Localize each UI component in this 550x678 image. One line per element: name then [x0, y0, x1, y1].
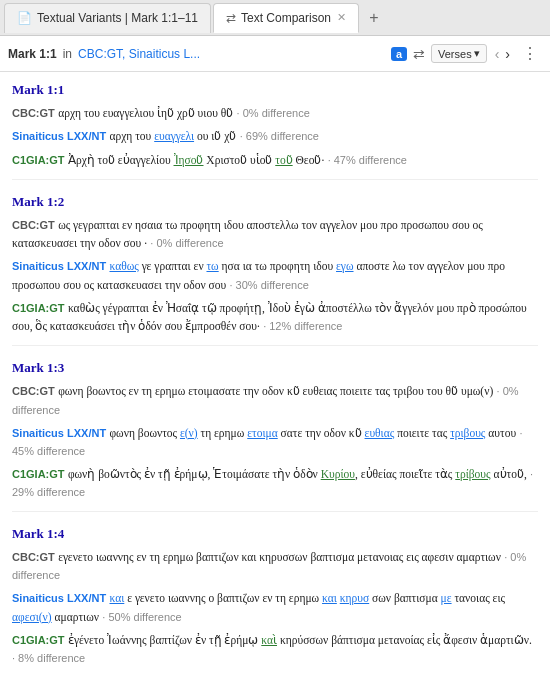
compare-icon: ⇄ — [226, 11, 236, 25]
highlight-span: Ἰησοῦ — [174, 154, 204, 166]
text-entry-3-2: C1GIA:GT ἐγένετο Ἰωάννης βαπτίζων ἐν τῇ … — [12, 631, 538, 667]
text-entry-0-0: CBC:GT αρχη του ευαγγελιου ἰηῦ χρῦ υιου … — [12, 104, 538, 122]
diff-percent-0-2: · 47% difference — [328, 154, 407, 166]
highlight-span: τοῦ — [275, 154, 292, 166]
highlight-span: και — [322, 592, 337, 604]
text-content-3-2: ἐγένετο Ἰωάννης βαπτίζων ἐν τῇ ἐρήμῳ καὶ… — [68, 634, 532, 646]
highlight-span: τριβους — [450, 427, 485, 439]
highlight-span: εγω — [336, 260, 353, 272]
text-content-0-1: αρχη του ευαγγελι ου ιῦ χῦ — [109, 130, 236, 142]
text-content-2-2: φωνὴ βοῶντὸς ἐν τῇ ἐρήμῳ, Ἑτοιμάσατε τὴν… — [68, 468, 527, 480]
text-entry-2-2: C1GIA:GT φωνὴ βοῶντὸς ἐν τῇ ἐρήμῳ, Ἑτοιμ… — [12, 465, 538, 501]
highlight-span: με — [441, 592, 452, 604]
text-content-2-0: φωνη βοωντος εν τη ερημω ετοιμασατε την … — [58, 385, 493, 397]
text-content-3-0: εγενετο ιωαννης εν τη ερημω βαπτιζων και… — [58, 551, 501, 563]
source-label-1-0: CBC:GT — [12, 219, 55, 231]
section-heading-2: Mark 1:3 — [12, 360, 538, 376]
highlight-span: καὶ — [261, 634, 277, 646]
text-entry-2-0: CBC:GT φωνη βοωντος εν τη ερημω ετοιμασα… — [12, 382, 538, 418]
section-1: Mark 1:2CBC:GT ως γεγραπται εν ησαια τω … — [12, 194, 538, 347]
tab-close-button[interactable]: ✕ — [337, 11, 346, 24]
text-content-0-0: αρχη του ευαγγελιου ἰηῦ χρῦ υιου θῦ — [58, 107, 233, 119]
nav-arrows: ‹ › — [493, 46, 512, 62]
highlight-span: αφεσι(ν) — [12, 611, 52, 623]
nav-back-button[interactable]: ‹ — [493, 46, 502, 62]
section-3: Mark 1:4CBC:GT εγενετο ιωαννης εν τη ερη… — [12, 526, 538, 667]
section-divider-2 — [12, 511, 538, 512]
verses-button[interactable]: Verses ▾ — [431, 44, 487, 63]
text-entry-2-1: Sinaiticus LXX/NT φωνη βοωντος ε(ν) τη ε… — [12, 424, 538, 460]
section-divider-0 — [12, 179, 538, 180]
highlight-span: ε(ν) — [180, 427, 198, 439]
text-content-2-1: φωνη βοωντος ε(ν) τη ερημω ετοιμα σατε τ… — [109, 427, 516, 439]
section-divider-1 — [12, 345, 538, 346]
source-label-2-0: CBC:GT — [12, 385, 55, 397]
text-entry-0-1: Sinaiticus LXX/NT αρχη του ευαγγελι ου ι… — [12, 127, 538, 145]
diff-percent-0-1: · 69% difference — [240, 130, 319, 142]
tab-text-comparison[interactable]: ⇄ Text Comparison ✕ — [213, 3, 359, 33]
tab-bar: 📄 Textual Variants | Mark 1:1–11 ⇄ Text … — [0, 0, 550, 36]
section-heading-0: Mark 1:1 — [12, 82, 538, 98]
diff-percent-0-0: · 0% difference — [237, 107, 310, 119]
highlight-span: Κυρίου — [321, 468, 355, 480]
source-label-0-0: CBC:GT — [12, 107, 55, 119]
source-badge: a — [391, 47, 407, 61]
diff-percent-1-0: · 0% difference — [150, 237, 223, 249]
tab-textual-variants-label: Textual Variants | Mark 1:1–11 — [37, 11, 198, 25]
switch-icon[interactable]: ⇄ — [413, 46, 425, 62]
section-heading-3: Mark 1:4 — [12, 526, 538, 542]
source-label-1-2: C1GIA:GT — [12, 302, 65, 314]
highlight-span: κηρυσ — [340, 592, 369, 604]
highlight-span: ετοιμα — [247, 427, 278, 439]
diff-percent-3-2: · 8% difference — [12, 652, 85, 664]
highlight-span: καθως — [109, 260, 138, 272]
address-source[interactable]: CBC:GT, Sinaiticus L... — [78, 47, 385, 61]
source-label-3-1: Sinaiticus LXX/NT — [12, 592, 106, 604]
verses-chevron-icon: ▾ — [474, 47, 480, 60]
main-content: Mark 1:1CBC:GT αρχη του ευαγγελιου ἰηῦ χ… — [0, 72, 550, 678]
address-reference: Mark 1:1 — [8, 47, 57, 61]
highlight-span: και — [109, 592, 124, 604]
document-icon: 📄 — [17, 11, 32, 25]
highlight-span: τρίβους — [455, 468, 490, 480]
nav-forward-button[interactable]: › — [503, 46, 512, 62]
section-0: Mark 1:1CBC:GT αρχη του ευαγγελιου ἰηῦ χ… — [12, 82, 538, 180]
address-bar: Mark 1:1 in CBC:GT, Sinaiticus L... a ⇄ … — [0, 36, 550, 72]
diff-percent-1-1: · 30% difference — [229, 279, 308, 291]
source-label-1-1: Sinaiticus LXX/NT — [12, 260, 106, 272]
tab-add-icon: + — [369, 9, 378, 27]
verses-label: Verses — [438, 48, 472, 60]
text-content-1-0: ως γεγραπται εν ησαια τω προφητη ιδου απ… — [12, 219, 483, 249]
diff-percent-1-2: · 12% difference — [263, 320, 342, 332]
highlight-span: τω — [206, 260, 218, 272]
text-entry-3-1: Sinaiticus LXX/NT και ε γενετο ιωαννης ο… — [12, 589, 538, 626]
text-entry-3-0: CBC:GT εγενετο ιωαννης εν τη ερημω βαπτι… — [12, 548, 538, 584]
address-in-label: in — [63, 47, 72, 61]
source-label-2-2: C1GIA:GT — [12, 468, 65, 480]
source-label-0-1: Sinaiticus LXX/NT — [12, 130, 106, 142]
section-heading-1: Mark 1:2 — [12, 194, 538, 210]
more-options-button[interactable]: ⋮ — [518, 44, 542, 63]
source-label-3-0: CBC:GT — [12, 551, 55, 563]
text-entry-1-0: CBC:GT ως γεγραπται εν ησαια τω προφητη … — [12, 216, 538, 253]
text-entry-1-2: C1GIA:GT καθὼς γέγραπται ἐν Ἠσαΐᾳ τῷ προ… — [12, 299, 538, 336]
highlight-span: ευαγγελι — [154, 130, 194, 142]
tab-text-comparison-label: Text Comparison — [241, 11, 331, 25]
source-label-0-2: C1GIA:GT — [12, 154, 65, 166]
source-label-3-2: C1GIA:GT — [12, 634, 65, 646]
diff-percent-3-1: · 50% difference — [102, 611, 181, 623]
section-2: Mark 1:3CBC:GT φωνη βοωντος εν τη ερημω … — [12, 360, 538, 512]
text-entry-1-1: Sinaiticus LXX/NT καθως γε γραπται εν τω… — [12, 257, 538, 294]
tab-textual-variants[interactable]: 📄 Textual Variants | Mark 1:1–11 — [4, 3, 211, 33]
highlight-span: ευθιας — [365, 427, 395, 439]
source-label-2-1: Sinaiticus LXX/NT — [12, 427, 106, 439]
text-entry-0-2: C1GIA:GT Ἀρχὴ τοῦ εὐαγγελίου Ἰησοῦ Χριστ… — [12, 151, 538, 169]
text-content-0-2: Ἀρχὴ τοῦ εὐαγγελίου Ἰησοῦ Χριστοῦ υἱοῦ τ… — [68, 154, 324, 166]
tab-add-button[interactable]: + — [361, 5, 387, 31]
